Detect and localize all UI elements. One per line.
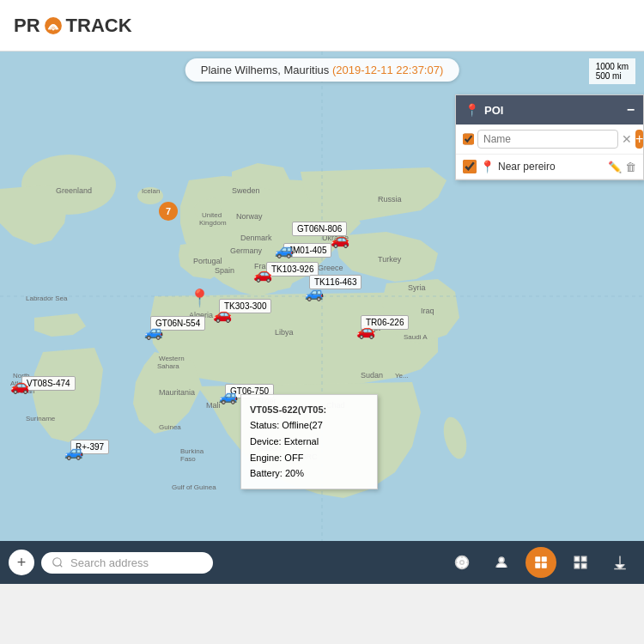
poi-checkbox-search[interactable] [463, 132, 474, 146]
info-engine: Engine: OFF [250, 450, 368, 466]
svg-rect-52 [542, 556, 547, 562]
svg-text:Russia: Russia [378, 195, 402, 204]
vehicle-icon-tk303300: 🚗 [213, 305, 232, 324]
poi-search-clear[interactable]: ✕ [622, 132, 632, 146]
svg-text:Denmark: Denmark [240, 234, 272, 242]
bottom-toolbar: + Search address [0, 541, 644, 584]
cluster-icon [533, 555, 549, 570]
svg-rect-58 [582, 564, 586, 568]
vehicle-icon-jm01405: 🚙 [275, 240, 294, 259]
svg-point-45 [460, 561, 465, 565]
svg-text:Norway: Norway [236, 212, 263, 221]
svg-text:Turkey: Turkey [378, 255, 402, 264]
info-title: VT05S-622(VT05: [250, 402, 368, 418]
svg-text:Mauritania: Mauritania [159, 388, 195, 397]
search-icon [52, 556, 64, 568]
poi-item-actions: ✏️ 🗑 [608, 161, 636, 173]
location-icon [454, 555, 470, 570]
logo-text-post: TRACK [66, 15, 132, 37]
toolbar-icons [447, 547, 635, 578]
cluster-icon-button[interactable] [526, 547, 556, 578]
svg-rect-53 [535, 563, 540, 568]
poi-title: POI [484, 104, 503, 117]
map-marker[interactable]: 📍 [189, 288, 210, 308]
svg-point-50 [499, 557, 504, 562]
vehicle-icon-gt06n806: 🚗 [331, 230, 349, 249]
svg-text:Gulf of Guinea: Gulf of Guinea [172, 483, 216, 491]
location-bar: Plaine Wilhems, Mauritius (2019-12-11 22… [185, 58, 459, 82]
svg-rect-57 [574, 564, 579, 568]
vehicle-icon-tk103926: 🚗 [253, 264, 272, 283]
download-icon-button[interactable] [605, 547, 635, 578]
svg-text:Greenland: Greenland [56, 186, 92, 195]
svg-text:Spain: Spain [215, 266, 234, 275]
scale-mi: 500 mi [596, 71, 629, 81]
vehicle-icon-tk116463: 🚙 [305, 283, 324, 302]
svg-text:Icelan: Icelan [142, 187, 160, 195]
poi-item-label: Near pereiro [498, 161, 605, 173]
logo: PR TRACK [14, 15, 132, 37]
svg-text:Sudan: Sudan [361, 371, 383, 380]
svg-text:Greece: Greece [318, 264, 343, 272]
svg-rect-51 [535, 556, 540, 562]
svg-point-1 [52, 28, 53, 30]
poi-item-pin-icon: 📍 [480, 160, 495, 173]
logo-text-pre: PR [14, 15, 40, 37]
svg-text:Guinea: Guinea [159, 423, 181, 431]
poi-panel: 📍 POI − ✕ + 📍 Near pereiro ✏️ 🗑 [455, 94, 644, 180]
info-status: Status: Offline(27 [250, 417, 368, 434]
svg-text:Iraq: Iraq [421, 307, 434, 315]
vehicle-icon-r397: 🚙 [64, 442, 83, 461]
svg-text:Germany: Germany [230, 246, 263, 255]
search-placeholder: Search address [70, 556, 149, 569]
poi-add-button[interactable]: + [635, 130, 643, 149]
info-device: Device: External [250, 434, 368, 450]
svg-point-43 [53, 558, 61, 566]
header: PR TRACK [0, 0, 644, 52]
svg-text:Labrador Sea: Labrador Sea [26, 295, 68, 302]
vehicle-label-vt08s474[interactable]: VT08S-474 [21, 376, 76, 391]
poi-item-checkbox[interactable] [463, 160, 477, 173]
vehicle-icon-gt06n554: 🚙 [144, 322, 163, 341]
logo-icon [44, 16, 63, 35]
svg-rect-54 [542, 563, 547, 568]
svg-text:Ye...: Ye... [395, 372, 409, 380]
vehicle-icon-gt06750: 🚙 [219, 386, 238, 405]
svg-text:Portugal: Portugal [193, 257, 222, 265]
svg-rect-55 [574, 556, 579, 561]
location-place: Plaine Wilhems, Mauritius [201, 64, 330, 76]
vehicle-icon-vt08s474: 🚗 [10, 376, 29, 395]
poi-header: 📍 POI − [456, 95, 643, 125]
poi-pin-icon: 📍 [465, 103, 479, 117]
grid-icon [573, 555, 588, 570]
scale-km: 1000 km [596, 62, 629, 71]
add-button[interactable]: + [9, 550, 34, 575]
info-popup: VT05S-622(VT05: Status: Offline(27 Devic… [240, 394, 378, 489]
poi-minimize-button[interactable]: − [627, 102, 635, 118]
map-container[interactable]: Greenland Sweden Norway Denmark UnitedKi… [0, 52, 644, 541]
grid-icon-button[interactable] [565, 547, 596, 578]
svg-text:Syria: Syria [408, 283, 426, 292]
location-datetime: (2019-12-11 22:37:07) [332, 64, 443, 76]
search-bar[interactable]: Search address [41, 552, 213, 574]
svg-text:Suriname: Suriname [26, 415, 56, 422]
scale-bar: 1000 km 500 mi [589, 58, 635, 84]
vehicle-icon-tr06226: 🚗 [356, 321, 375, 340]
group-icon-button[interactable] [486, 547, 517, 578]
poi-edit-button[interactable]: ✏️ [608, 161, 622, 173]
poi-search-row: ✕ + [456, 125, 643, 155]
svg-text:Libya: Libya [275, 328, 294, 337]
poi-delete-button[interactable]: 🗑 [625, 161, 636, 173]
location-icon-button[interactable] [447, 547, 477, 578]
group-icon [494, 555, 509, 570]
download-icon [612, 555, 628, 570]
svg-text:Saudi A: Saudi A [404, 333, 428, 341]
poi-item-row: 📍 Near pereiro ✏️ 🗑 [456, 155, 643, 179]
cluster-badge[interactable]: 7 [159, 202, 178, 221]
poi-search-input[interactable] [477, 130, 618, 149]
svg-text:Sweden: Sweden [232, 186, 260, 195]
info-battery: Battery: 20% [250, 465, 368, 482]
svg-rect-56 [582, 556, 586, 561]
